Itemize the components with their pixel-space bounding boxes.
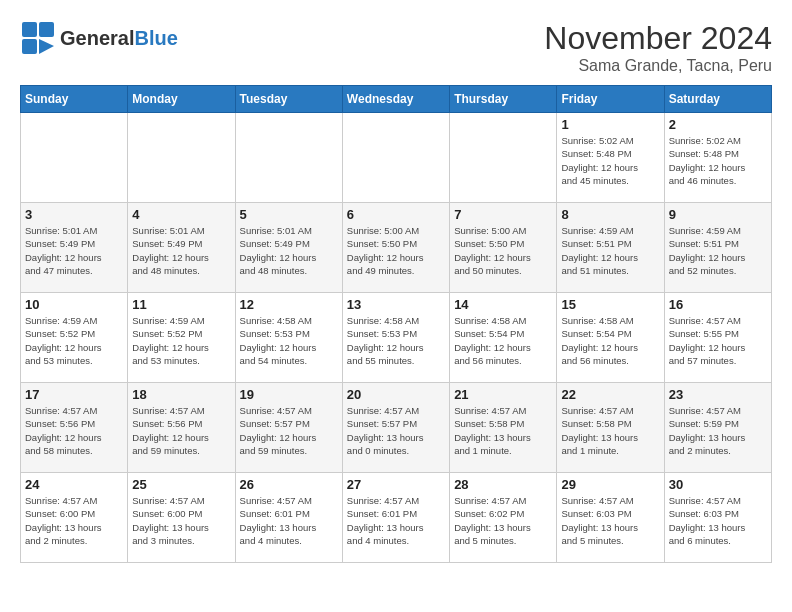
calendar-cell: 26Sunrise: 4:57 AM Sunset: 6:01 PM Dayli… [235,473,342,563]
day-info: Sunrise: 4:58 AM Sunset: 5:54 PM Dayligh… [454,314,552,367]
day-info: Sunrise: 4:57 AM Sunset: 6:01 PM Dayligh… [347,494,445,547]
day-number: 21 [454,387,552,402]
day-number: 19 [240,387,338,402]
day-number: 2 [669,117,767,132]
day-number: 30 [669,477,767,492]
calendar-week-row: 17Sunrise: 4:57 AM Sunset: 5:56 PM Dayli… [21,383,772,473]
calendar-header-row: Sunday Monday Tuesday Wednesday Thursday… [21,86,772,113]
day-info: Sunrise: 4:57 AM Sunset: 6:01 PM Dayligh… [240,494,338,547]
svg-rect-1 [39,22,54,37]
day-info: Sunrise: 5:02 AM Sunset: 5:48 PM Dayligh… [561,134,659,187]
header-tuesday: Tuesday [235,86,342,113]
day-number: 29 [561,477,659,492]
day-number: 15 [561,297,659,312]
calendar-cell: 1Sunrise: 5:02 AM Sunset: 5:48 PM Daylig… [557,113,664,203]
calendar-cell: 13Sunrise: 4:58 AM Sunset: 5:53 PM Dayli… [342,293,449,383]
svg-marker-3 [39,39,54,54]
day-info: Sunrise: 4:57 AM Sunset: 6:03 PM Dayligh… [561,494,659,547]
day-number: 23 [669,387,767,402]
calendar-cell: 5Sunrise: 5:01 AM Sunset: 5:49 PM Daylig… [235,203,342,293]
calendar-cell: 22Sunrise: 4:57 AM Sunset: 5:58 PM Dayli… [557,383,664,473]
calendar-cell: 7Sunrise: 5:00 AM Sunset: 5:50 PM Daylig… [450,203,557,293]
logo-icon [20,20,56,56]
location-subtitle: Sama Grande, Tacna, Peru [544,57,772,75]
day-info: Sunrise: 5:01 AM Sunset: 5:49 PM Dayligh… [240,224,338,277]
page-header: GeneralBlue November 2024 Sama Grande, T… [20,20,772,75]
day-number: 13 [347,297,445,312]
calendar-week-row: 3Sunrise: 5:01 AM Sunset: 5:49 PM Daylig… [21,203,772,293]
day-info: Sunrise: 4:57 AM Sunset: 6:02 PM Dayligh… [454,494,552,547]
calendar-week-row: 1Sunrise: 5:02 AM Sunset: 5:48 PM Daylig… [21,113,772,203]
day-info: Sunrise: 4:57 AM Sunset: 5:58 PM Dayligh… [454,404,552,457]
title-section: November 2024 Sama Grande, Tacna, Peru [544,20,772,75]
day-info: Sunrise: 4:57 AM Sunset: 5:56 PM Dayligh… [25,404,123,457]
calendar-cell: 12Sunrise: 4:58 AM Sunset: 5:53 PM Dayli… [235,293,342,383]
calendar-cell: 28Sunrise: 4:57 AM Sunset: 6:02 PM Dayli… [450,473,557,563]
day-number: 8 [561,207,659,222]
calendar-cell [21,113,128,203]
day-info: Sunrise: 4:58 AM Sunset: 5:53 PM Dayligh… [347,314,445,367]
day-number: 14 [454,297,552,312]
calendar-cell: 18Sunrise: 4:57 AM Sunset: 5:56 PM Dayli… [128,383,235,473]
calendar-week-row: 10Sunrise: 4:59 AM Sunset: 5:52 PM Dayli… [21,293,772,383]
day-info: Sunrise: 4:59 AM Sunset: 5:51 PM Dayligh… [561,224,659,277]
day-info: Sunrise: 4:58 AM Sunset: 5:54 PM Dayligh… [561,314,659,367]
calendar-cell: 4Sunrise: 5:01 AM Sunset: 5:49 PM Daylig… [128,203,235,293]
day-info: Sunrise: 4:59 AM Sunset: 5:52 PM Dayligh… [132,314,230,367]
day-info: Sunrise: 5:01 AM Sunset: 5:49 PM Dayligh… [132,224,230,277]
day-number: 26 [240,477,338,492]
day-number: 27 [347,477,445,492]
calendar-cell: 15Sunrise: 4:58 AM Sunset: 5:54 PM Dayli… [557,293,664,383]
calendar-cell [128,113,235,203]
header-friday: Friday [557,86,664,113]
logo: GeneralBlue [20,20,178,56]
day-info: Sunrise: 5:02 AM Sunset: 5:48 PM Dayligh… [669,134,767,187]
calendar-cell [342,113,449,203]
day-info: Sunrise: 5:00 AM Sunset: 5:50 PM Dayligh… [454,224,552,277]
day-number: 22 [561,387,659,402]
calendar-cell: 16Sunrise: 4:57 AM Sunset: 5:55 PM Dayli… [664,293,771,383]
day-info: Sunrise: 4:57 AM Sunset: 6:00 PM Dayligh… [132,494,230,547]
day-info: Sunrise: 4:57 AM Sunset: 5:58 PM Dayligh… [561,404,659,457]
calendar-cell: 27Sunrise: 4:57 AM Sunset: 6:01 PM Dayli… [342,473,449,563]
day-info: Sunrise: 4:57 AM Sunset: 5:57 PM Dayligh… [240,404,338,457]
calendar-cell: 30Sunrise: 4:57 AM Sunset: 6:03 PM Dayli… [664,473,771,563]
header-sunday: Sunday [21,86,128,113]
day-number: 9 [669,207,767,222]
day-number: 25 [132,477,230,492]
day-number: 7 [454,207,552,222]
day-number: 10 [25,297,123,312]
logo-text: GeneralBlue [60,27,178,49]
header-saturday: Saturday [664,86,771,113]
calendar-week-row: 24Sunrise: 4:57 AM Sunset: 6:00 PM Dayli… [21,473,772,563]
day-info: Sunrise: 4:57 AM Sunset: 5:59 PM Dayligh… [669,404,767,457]
calendar-cell: 11Sunrise: 4:59 AM Sunset: 5:52 PM Dayli… [128,293,235,383]
header-thursday: Thursday [450,86,557,113]
month-title: November 2024 [544,20,772,57]
day-number: 20 [347,387,445,402]
day-number: 12 [240,297,338,312]
day-number: 1 [561,117,659,132]
day-info: Sunrise: 5:00 AM Sunset: 5:50 PM Dayligh… [347,224,445,277]
calendar-cell: 17Sunrise: 4:57 AM Sunset: 5:56 PM Dayli… [21,383,128,473]
day-number: 18 [132,387,230,402]
day-number: 3 [25,207,123,222]
calendar-cell: 24Sunrise: 4:57 AM Sunset: 6:00 PM Dayli… [21,473,128,563]
svg-rect-0 [22,22,37,37]
day-info: Sunrise: 4:57 AM Sunset: 5:55 PM Dayligh… [669,314,767,367]
calendar-cell: 3Sunrise: 5:01 AM Sunset: 5:49 PM Daylig… [21,203,128,293]
header-wednesday: Wednesday [342,86,449,113]
day-info: Sunrise: 4:57 AM Sunset: 6:00 PM Dayligh… [25,494,123,547]
header-monday: Monday [128,86,235,113]
day-info: Sunrise: 4:57 AM Sunset: 5:57 PM Dayligh… [347,404,445,457]
day-number: 4 [132,207,230,222]
calendar-cell: 2Sunrise: 5:02 AM Sunset: 5:48 PM Daylig… [664,113,771,203]
day-info: Sunrise: 5:01 AM Sunset: 5:49 PM Dayligh… [25,224,123,277]
day-info: Sunrise: 4:59 AM Sunset: 5:52 PM Dayligh… [25,314,123,367]
day-number: 28 [454,477,552,492]
calendar-cell: 14Sunrise: 4:58 AM Sunset: 5:54 PM Dayli… [450,293,557,383]
day-info: Sunrise: 4:58 AM Sunset: 5:53 PM Dayligh… [240,314,338,367]
calendar-cell: 9Sunrise: 4:59 AM Sunset: 5:51 PM Daylig… [664,203,771,293]
calendar-cell: 20Sunrise: 4:57 AM Sunset: 5:57 PM Dayli… [342,383,449,473]
day-info: Sunrise: 4:59 AM Sunset: 5:51 PM Dayligh… [669,224,767,277]
